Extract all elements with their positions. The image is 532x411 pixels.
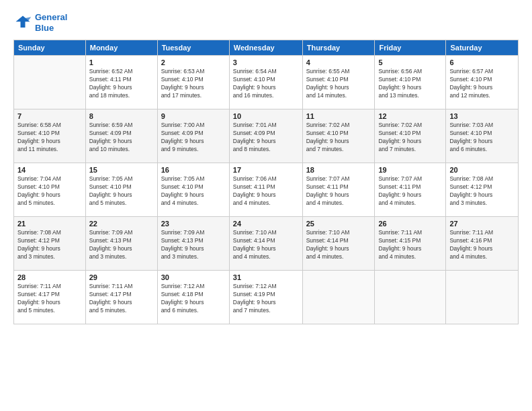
day-info: Sunrise: 7:03 AM Sunset: 4:10 PM Dayligh… xyxy=(449,122,515,154)
calendar-header-row: SundayMondayTuesdayWednesdayThursdayFrid… xyxy=(14,40,519,56)
day-info: Sunrise: 7:02 AM Sunset: 4:10 PM Dayligh… xyxy=(378,122,442,154)
header: General Blue xyxy=(13,12,519,33)
svg-marker-0 xyxy=(16,15,30,28)
logo-icon xyxy=(13,13,32,32)
calendar-cell xyxy=(446,271,519,324)
day-info: Sunrise: 6:55 AM Sunset: 4:10 PM Dayligh… xyxy=(306,68,371,100)
day-number: 22 xyxy=(89,220,154,228)
day-info: Sunrise: 7:10 AM Sunset: 4:14 PM Dayligh… xyxy=(233,229,299,261)
calendar-cell: 18Sunrise: 7:07 AM Sunset: 4:11 PM Dayli… xyxy=(302,163,375,217)
calendar-cell xyxy=(375,271,446,324)
column-header-saturday: Saturday xyxy=(446,40,519,56)
day-info: Sunrise: 6:57 AM Sunset: 4:10 PM Dayligh… xyxy=(449,68,515,100)
day-number: 21 xyxy=(17,220,82,228)
day-number: 24 xyxy=(233,220,299,228)
calendar-cell: 28Sunrise: 7:11 AM Sunset: 4:17 PM Dayli… xyxy=(14,271,86,324)
calendar-cell: 2Sunrise: 6:53 AM Sunset: 4:10 PM Daylig… xyxy=(157,56,229,109)
calendar-week-row: 28Sunrise: 7:11 AM Sunset: 4:17 PM Dayli… xyxy=(14,271,519,324)
day-number: 29 xyxy=(89,273,154,281)
day-number: 14 xyxy=(17,166,82,174)
day-info: Sunrise: 6:54 AM Sunset: 4:10 PM Dayligh… xyxy=(233,68,299,100)
day-number: 26 xyxy=(378,220,442,228)
logo: General Blue xyxy=(13,12,67,33)
page: General Blue SundayMondayTuesdayWednesda… xyxy=(0,0,532,411)
day-info: Sunrise: 6:56 AM Sunset: 4:10 PM Dayligh… xyxy=(378,68,442,100)
day-info: Sunrise: 6:52 AM Sunset: 4:11 PM Dayligh… xyxy=(89,68,154,100)
column-header-friday: Friday xyxy=(375,40,446,56)
day-number: 25 xyxy=(306,220,371,228)
calendar-cell: 10Sunrise: 7:01 AM Sunset: 4:09 PM Dayli… xyxy=(229,109,302,163)
day-info: Sunrise: 7:12 AM Sunset: 4:19 PM Dayligh… xyxy=(233,283,299,315)
day-number: 6 xyxy=(449,58,515,66)
day-info: Sunrise: 7:06 AM Sunset: 4:11 PM Dayligh… xyxy=(233,175,299,208)
day-info: Sunrise: 7:12 AM Sunset: 4:18 PM Dayligh… xyxy=(161,283,226,315)
day-info: Sunrise: 7:01 AM Sunset: 4:09 PM Dayligh… xyxy=(233,122,299,154)
column-header-sunday: Sunday xyxy=(14,40,86,56)
calendar-week-row: 14Sunrise: 7:04 AM Sunset: 4:10 PM Dayli… xyxy=(14,163,519,217)
calendar-cell: 8Sunrise: 6:59 AM Sunset: 4:09 PM Daylig… xyxy=(85,109,157,163)
day-info: Sunrise: 6:58 AM Sunset: 4:10 PM Dayligh… xyxy=(17,122,82,154)
calendar-cell: 9Sunrise: 7:00 AM Sunset: 4:09 PM Daylig… xyxy=(157,109,229,163)
calendar-week-row: 7Sunrise: 6:58 AM Sunset: 4:10 PM Daylig… xyxy=(14,109,519,163)
calendar-cell: 16Sunrise: 7:05 AM Sunset: 4:10 PM Dayli… xyxy=(157,163,229,217)
column-header-wednesday: Wednesday xyxy=(229,40,302,56)
calendar-cell xyxy=(302,271,375,324)
day-info: Sunrise: 7:11 AM Sunset: 4:15 PM Dayligh… xyxy=(378,229,442,261)
day-number: 23 xyxy=(161,220,226,228)
day-number: 30 xyxy=(161,273,226,281)
calendar-week-row: 1Sunrise: 6:52 AM Sunset: 4:11 PM Daylig… xyxy=(14,56,519,109)
calendar-cell: 31Sunrise: 7:12 AM Sunset: 4:19 PM Dayli… xyxy=(229,271,302,324)
day-info: Sunrise: 7:04 AM Sunset: 4:10 PM Dayligh… xyxy=(17,175,82,208)
day-number: 8 xyxy=(89,112,154,120)
column-header-monday: Monday xyxy=(85,40,157,56)
calendar-cell: 29Sunrise: 7:11 AM Sunset: 4:17 PM Dayli… xyxy=(85,271,157,324)
logo-text: General Blue xyxy=(35,12,67,33)
calendar-cell: 21Sunrise: 7:08 AM Sunset: 4:12 PM Dayli… xyxy=(14,217,86,271)
day-info: Sunrise: 7:09 AM Sunset: 4:13 PM Dayligh… xyxy=(161,229,226,261)
calendar-cell: 5Sunrise: 6:56 AM Sunset: 4:10 PM Daylig… xyxy=(375,56,446,109)
calendar-cell: 7Sunrise: 6:58 AM Sunset: 4:10 PM Daylig… xyxy=(14,109,86,163)
day-info: Sunrise: 7:11 AM Sunset: 4:17 PM Dayligh… xyxy=(89,283,154,315)
day-info: Sunrise: 7:08 AM Sunset: 4:12 PM Dayligh… xyxy=(17,229,82,261)
day-info: Sunrise: 7:09 AM Sunset: 4:13 PM Dayligh… xyxy=(89,229,154,261)
day-number: 7 xyxy=(17,112,82,120)
calendar-cell: 19Sunrise: 7:07 AM Sunset: 4:11 PM Dayli… xyxy=(375,163,446,217)
day-number: 2 xyxy=(161,58,226,66)
day-info: Sunrise: 7:00 AM Sunset: 4:09 PM Dayligh… xyxy=(161,122,226,154)
day-info: Sunrise: 7:10 AM Sunset: 4:14 PM Dayligh… xyxy=(306,229,371,261)
calendar-cell: 15Sunrise: 7:05 AM Sunset: 4:10 PM Dayli… xyxy=(85,163,157,217)
day-number: 18 xyxy=(306,166,371,174)
calendar-cell: 4Sunrise: 6:55 AM Sunset: 4:10 PM Daylig… xyxy=(302,56,375,109)
calendar-cell: 14Sunrise: 7:04 AM Sunset: 4:10 PM Dayli… xyxy=(14,163,86,217)
day-info: Sunrise: 7:11 AM Sunset: 4:16 PM Dayligh… xyxy=(449,229,515,261)
calendar-cell: 6Sunrise: 6:57 AM Sunset: 4:10 PM Daylig… xyxy=(446,56,519,109)
day-info: Sunrise: 7:11 AM Sunset: 4:17 PM Dayligh… xyxy=(17,283,82,315)
calendar-cell: 24Sunrise: 7:10 AM Sunset: 4:14 PM Dayli… xyxy=(229,217,302,271)
day-info: Sunrise: 7:02 AM Sunset: 4:10 PM Dayligh… xyxy=(306,122,371,154)
day-number: 17 xyxy=(233,166,299,174)
day-number: 19 xyxy=(378,166,442,174)
day-number: 28 xyxy=(17,273,82,281)
calendar-cell: 25Sunrise: 7:10 AM Sunset: 4:14 PM Dayli… xyxy=(302,217,375,271)
calendar-cell: 26Sunrise: 7:11 AM Sunset: 4:15 PM Dayli… xyxy=(375,217,446,271)
day-info: Sunrise: 7:08 AM Sunset: 4:12 PM Dayligh… xyxy=(449,175,515,208)
day-number: 13 xyxy=(449,112,515,120)
day-number: 4 xyxy=(306,58,371,66)
day-info: Sunrise: 6:53 AM Sunset: 4:10 PM Dayligh… xyxy=(161,68,226,100)
calendar-cell: 1Sunrise: 6:52 AM Sunset: 4:11 PM Daylig… xyxy=(85,56,157,109)
day-number: 31 xyxy=(233,273,299,281)
day-number: 16 xyxy=(161,166,226,174)
column-header-tuesday: Tuesday xyxy=(157,40,229,56)
calendar-cell: 11Sunrise: 7:02 AM Sunset: 4:10 PM Dayli… xyxy=(302,109,375,163)
calendar-cell: 12Sunrise: 7:02 AM Sunset: 4:10 PM Dayli… xyxy=(375,109,446,163)
calendar-cell: 17Sunrise: 7:06 AM Sunset: 4:11 PM Dayli… xyxy=(229,163,302,217)
calendar-table: SundayMondayTuesdayWednesdayThursdayFrid… xyxy=(13,40,519,324)
column-header-thursday: Thursday xyxy=(302,40,375,56)
calendar-cell xyxy=(14,56,86,109)
day-info: Sunrise: 7:07 AM Sunset: 4:11 PM Dayligh… xyxy=(306,175,371,208)
calendar-cell: 27Sunrise: 7:11 AM Sunset: 4:16 PM Dayli… xyxy=(446,217,519,271)
day-number: 15 xyxy=(89,166,154,174)
day-number: 10 xyxy=(233,112,299,120)
day-number: 12 xyxy=(378,112,442,120)
day-number: 20 xyxy=(449,166,515,174)
